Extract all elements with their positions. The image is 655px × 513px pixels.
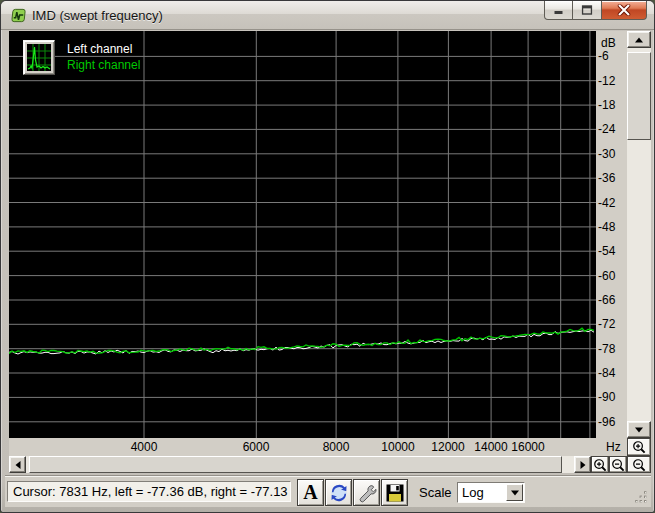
plot-canvas bbox=[9, 31, 596, 438]
y-tick-label: -6 bbox=[598, 49, 609, 63]
scale-dropdown-button[interactable] bbox=[506, 484, 523, 501]
waveform-app-icon bbox=[10, 7, 27, 24]
x-tick-label: 10000 bbox=[381, 440, 414, 454]
scale-label: Scale bbox=[419, 485, 452, 500]
legend-icon-button[interactable] bbox=[23, 40, 55, 75]
title-bar[interactable]: IMD (swept frequency) bbox=[1, 1, 654, 30]
x-axis-unit-label: Hz bbox=[606, 440, 621, 454]
y-tick-label: -12 bbox=[598, 74, 615, 88]
h-scrollbar-thumb[interactable] bbox=[29, 456, 562, 473]
refresh-button[interactable] bbox=[325, 479, 352, 506]
maximize-icon bbox=[582, 5, 593, 15]
v-scroll-up-button[interactable] bbox=[627, 31, 651, 48]
zoom-out-horizontal-button[interactable] bbox=[609, 456, 627, 473]
y-tick-label: -36 bbox=[598, 171, 615, 185]
zoom-in-horizontal-button[interactable] bbox=[591, 456, 609, 473]
y-axis-strip: dB -6-12-18-24-30-36-42-48-54-60-66-72-7… bbox=[596, 31, 627, 438]
arrow-down-icon bbox=[635, 427, 643, 432]
arrow-up-icon bbox=[635, 37, 643, 42]
x-tick-label: 4000 bbox=[131, 440, 158, 454]
legend-right-channel-label: Right channel bbox=[67, 57, 140, 73]
wrench-icon bbox=[357, 483, 377, 503]
y-tick-label: -60 bbox=[598, 269, 615, 283]
scale-selected-value: Log bbox=[462, 485, 484, 500]
y-tick-label: -24 bbox=[598, 122, 615, 136]
h-scrollbar-track[interactable] bbox=[26, 456, 574, 473]
window-title: IMD (swept frequency) bbox=[32, 8, 163, 23]
spectrum-thumbnail-icon bbox=[27, 44, 51, 71]
font-letter-a-icon: A bbox=[303, 481, 317, 504]
x-tick-label: 8000 bbox=[323, 440, 350, 454]
y-axis-unit-label: dB bbox=[601, 36, 616, 50]
minimize-icon bbox=[553, 6, 564, 15]
x-tick-label: 16000 bbox=[511, 440, 544, 454]
y-tick-label: -42 bbox=[598, 196, 615, 210]
y-tick-label: -18 bbox=[598, 98, 615, 112]
h-scroll-left-button[interactable] bbox=[9, 456, 26, 473]
y-tick-label: -78 bbox=[598, 342, 615, 356]
legend-left-channel-label: Left channel bbox=[67, 41, 140, 57]
arrow-left-icon bbox=[15, 461, 20, 469]
minimize-button[interactable] bbox=[544, 1, 573, 20]
x-axis-strip: Hz 40006000800010000120001400016000 bbox=[9, 438, 627, 456]
cursor-readout: Cursor: 7831 Hz, left = -77.36 dB, right… bbox=[7, 481, 291, 502]
close-button[interactable] bbox=[602, 1, 647, 20]
refresh-icon bbox=[329, 483, 349, 503]
legend-labels: Left channel Right channel bbox=[67, 40, 140, 75]
floppy-disk-icon bbox=[385, 483, 405, 503]
plot-area[interactable]: Left channel Right channel bbox=[9, 31, 596, 438]
v-scrollbar-thumb[interactable] bbox=[627, 52, 651, 140]
x-tick-label: 12000 bbox=[431, 440, 464, 454]
window-controls bbox=[544, 1, 647, 21]
legend: Left channel Right channel bbox=[23, 40, 140, 75]
y-tick-label: -90 bbox=[598, 390, 615, 404]
y-tick-label: -84 bbox=[598, 366, 615, 380]
chevron-down-icon bbox=[511, 490, 519, 495]
magnifier-plus-icon bbox=[632, 440, 647, 455]
magnifier-minus-icon bbox=[611, 457, 626, 472]
v-scrollbar-track[interactable] bbox=[627, 48, 651, 421]
resize-grip[interactable] bbox=[632, 488, 648, 504]
status-bar: Cursor: 7831 Hz, left = -77.36 dB, right… bbox=[5, 475, 651, 507]
y-tick-label: -48 bbox=[598, 220, 615, 234]
app-window: IMD (swept frequency) bbox=[0, 0, 655, 513]
save-button[interactable] bbox=[381, 479, 408, 506]
y-tick-label: -72 bbox=[598, 317, 615, 331]
maximize-button[interactable] bbox=[573, 1, 602, 20]
settings-button[interactable] bbox=[353, 479, 380, 506]
zoom-out-vertical-button[interactable] bbox=[627, 456, 651, 473]
y-tick-label: -66 bbox=[598, 293, 615, 307]
y-tick-label: -30 bbox=[598, 147, 615, 161]
h-scroll-right-button[interactable] bbox=[574, 456, 591, 473]
magnifier-plus-icon bbox=[593, 457, 608, 472]
zoom-in-vertical-button[interactable] bbox=[627, 438, 651, 456]
font-button[interactable]: A bbox=[297, 479, 324, 506]
x-tick-label: 6000 bbox=[243, 440, 270, 454]
scale-select[interactable]: Log bbox=[457, 482, 525, 503]
v-scroll-down-button[interactable] bbox=[627, 421, 651, 438]
close-icon bbox=[618, 5, 631, 16]
arrow-right-icon bbox=[580, 461, 585, 469]
y-tick-label: -54 bbox=[598, 244, 615, 258]
magnifier-minus-icon bbox=[632, 457, 647, 472]
y-tick-label: -96 bbox=[598, 415, 615, 429]
x-tick-label: 14000 bbox=[474, 440, 507, 454]
